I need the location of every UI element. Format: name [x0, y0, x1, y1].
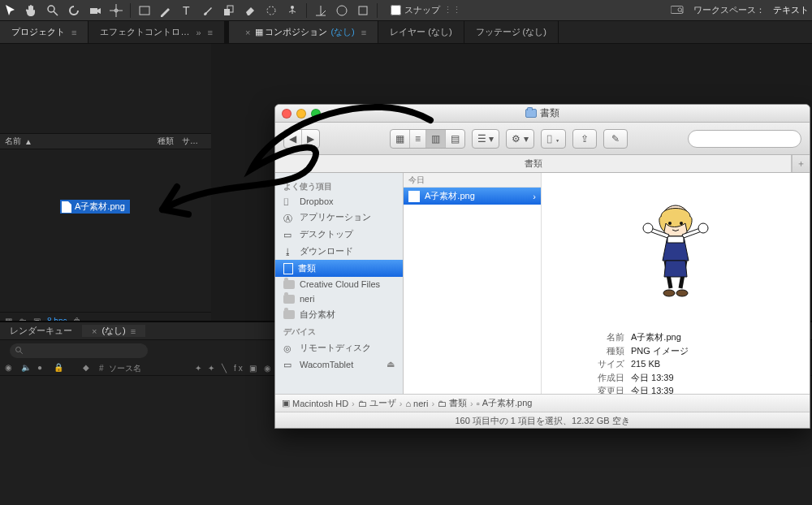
- eye-column-icon[interactable]: ◉: [5, 363, 16, 374]
- tags-button[interactable]: ✎: [603, 129, 628, 149]
- rotate-tool-icon[interactable]: [67, 3, 81, 18]
- axis-view-icon[interactable]: [356, 3, 370, 18]
- roto-tool-icon[interactable]: [264, 3, 279, 18]
- arrange-icon[interactable]: ☰ ▾: [473, 130, 499, 148]
- disc-icon: ◎: [283, 343, 295, 353]
- view-list-icon[interactable]: ≡: [410, 130, 426, 148]
- eject-icon[interactable]: ⏏: [387, 359, 395, 369]
- sidebar-item-dropbox[interactable]: ⌷Dropbox: [275, 194, 403, 209]
- snap-checkbox[interactable]: [391, 5, 401, 15]
- sidebar-item-neri[interactable]: neri: [275, 291, 403, 306]
- forward-button[interactable]: ▶: [302, 130, 319, 148]
- svg-point-32: [698, 223, 708, 233]
- finder-column-1[interactable]: 今日 A子素材.png ›: [404, 173, 542, 394]
- eraser-tool-icon[interactable]: [243, 3, 257, 18]
- axis-local-icon[interactable]: [313, 3, 328, 18]
- sidebar-item-desktop[interactable]: ▭デスクトップ: [275, 226, 403, 243]
- speaker-column-icon[interactable]: 🔈: [21, 363, 32, 374]
- view-icon-icon[interactable]: ▦: [391, 130, 410, 148]
- panel-menu-icon[interactable]: ≡: [208, 28, 213, 37]
- ae-toolbar: T スナップ ⋮⋮ ワークスペース： テキスト: [0, 0, 812, 21]
- sidebar-item-mymaterials[interactable]: 自分素材: [275, 306, 403, 323]
- view-coverflow-icon[interactable]: ▤: [446, 130, 464, 148]
- label-column-icon[interactable]: ◆: [83, 363, 94, 374]
- sidebar-item-wacom[interactable]: ▭WacomTablet⏏: [275, 356, 403, 372]
- finder-window[interactable]: 書類 ◀ ▶ ▦ ≡ ▥ ▤ ☰ ▾ ⚙ ▾ ⌷ ▾ ⇪ ✎ 書類: [274, 104, 810, 429]
- sidebar-item-applications[interactable]: Ⓐアプリケーション: [275, 209, 403, 226]
- tab-footage[interactable]: フッテージ (なし): [464, 21, 559, 43]
- back-button[interactable]: ◀: [284, 130, 302, 148]
- project-item[interactable]: A子素材.png: [60, 200, 130, 214]
- sidebar-item-remotedisk[interactable]: ◎リモートディスク: [275, 339, 403, 356]
- tab-timeline-none[interactable]: ×(なし)≡: [82, 325, 145, 337]
- sort-asc-icon[interactable]: ▲: [24, 137, 32, 146]
- close-tab-icon[interactable]: ×: [245, 28, 250, 37]
- source-name-col[interactable]: ソース名: [109, 363, 141, 374]
- dropbox-icon: ⌷ ▾: [542, 130, 565, 148]
- search-input[interactable]: [695, 134, 807, 144]
- path-crumb[interactable]: 🗀 書類: [438, 397, 467, 409]
- col-name[interactable]: 名前: [5, 136, 21, 147]
- path-crumb[interactable]: ▫ A子素材.png: [477, 397, 533, 409]
- share-button[interactable]: ⇪: [572, 129, 597, 149]
- tab-project[interactable]: プロジェクト≡: [0, 21, 89, 43]
- sidebar-item-ccfiles[interactable]: Creative Cloud Files: [275, 277, 403, 291]
- nav-back-forward: ◀ ▶: [283, 129, 320, 149]
- svg-rect-30: [667, 236, 684, 243]
- selection-tool-icon[interactable]: [3, 3, 18, 18]
- axis-world-icon[interactable]: [335, 3, 349, 18]
- file-icon: [408, 191, 420, 202]
- zoom-tool-icon[interactable]: [45, 3, 60, 18]
- finder-preview-pane: 名前A子素材.png 種類PNG イメージ サイズ215 KB 作成日今日 13…: [542, 173, 810, 394]
- view-column-icon[interactable]: ▥: [426, 130, 446, 148]
- sidebar-item-downloads[interactable]: ⭳ダウンロード: [275, 243, 403, 260]
- panel-menu-icon[interactable]: ≡: [71, 28, 76, 37]
- text-tool-icon[interactable]: T: [179, 3, 194, 18]
- close-window-icon[interactable]: [282, 109, 292, 119]
- clone-tool-icon[interactable]: [222, 3, 236, 18]
- search-workspace-icon[interactable]: [671, 5, 685, 16]
- sidebar-item-documents[interactable]: 書類: [275, 260, 403, 277]
- view-mode-group: ▦ ≡ ▥ ▤: [390, 129, 465, 149]
- hand-tool-icon[interactable]: [24, 3, 39, 18]
- dropbox-menu[interactable]: ⌷ ▾: [541, 129, 566, 149]
- file-row[interactable]: A子素材.png ›: [404, 188, 541, 205]
- tab-effect-controls[interactable]: エフェクトコントロ… » ≡: [89, 21, 225, 43]
- snap-options-icon[interactable]: ⋮⋮: [443, 5, 461, 15]
- puppet-tool-icon[interactable]: [285, 3, 300, 18]
- pen-tool-icon[interactable]: [158, 3, 173, 18]
- svg-line-13: [289, 11, 292, 12]
- finder-titlebar[interactable]: 書類: [275, 105, 810, 123]
- col-size[interactable]: サ…: [182, 136, 206, 147]
- path-crumb[interactable]: ⌂ neri: [405, 399, 428, 408]
- finder-tab[interactable]: 書類: [275, 155, 792, 172]
- tab-composition[interactable]: × ▦ コンポジション (なし) ≡: [229, 21, 378, 43]
- chevron-right-icon: ›: [533, 192, 536, 201]
- camera-tool-icon[interactable]: [88, 3, 102, 18]
- project-items[interactable]: A子素材.png: [0, 149, 211, 312]
- lock-column-icon[interactable]: 🔒: [54, 363, 65, 374]
- panel-menu-icon[interactable]: ≡: [361, 28, 366, 37]
- tab-render-queue[interactable]: レンダーキュー: [0, 325, 82, 337]
- rect-tool-icon[interactable]: [137, 3, 152, 18]
- solo-column-icon[interactable]: ●: [37, 363, 49, 374]
- action-menu[interactable]: ⚙ ▾: [506, 129, 533, 149]
- tab-overflow-icon[interactable]: »: [196, 28, 201, 37]
- anchor-tool-icon[interactable]: [109, 3, 123, 18]
- snap-label: スナップ: [404, 4, 440, 16]
- snap-toggle[interactable]: スナップ ⋮⋮: [391, 4, 461, 16]
- path-crumb[interactable]: ▣ Macintosh HD: [282, 398, 348, 408]
- path-crumb[interactable]: 🗀 ユーザ: [358, 397, 396, 409]
- timeline-search[interactable]: [10, 343, 148, 358]
- brush-tool-icon[interactable]: [201, 3, 215, 18]
- tab-layer[interactable]: レイヤー (なし): [378, 21, 464, 43]
- minimize-window-icon[interactable]: [296, 109, 306, 119]
- workspace-value[interactable]: テキスト: [773, 4, 809, 16]
- col-type[interactable]: 種類: [158, 136, 182, 147]
- zoom-window-icon[interactable]: [311, 109, 321, 119]
- svg-point-28: [668, 222, 672, 225]
- finder-search[interactable]: [688, 130, 801, 148]
- svg-line-14: [292, 11, 296, 12]
- new-tab-button[interactable]: ＋: [792, 155, 810, 172]
- svg-rect-2: [90, 8, 97, 14]
